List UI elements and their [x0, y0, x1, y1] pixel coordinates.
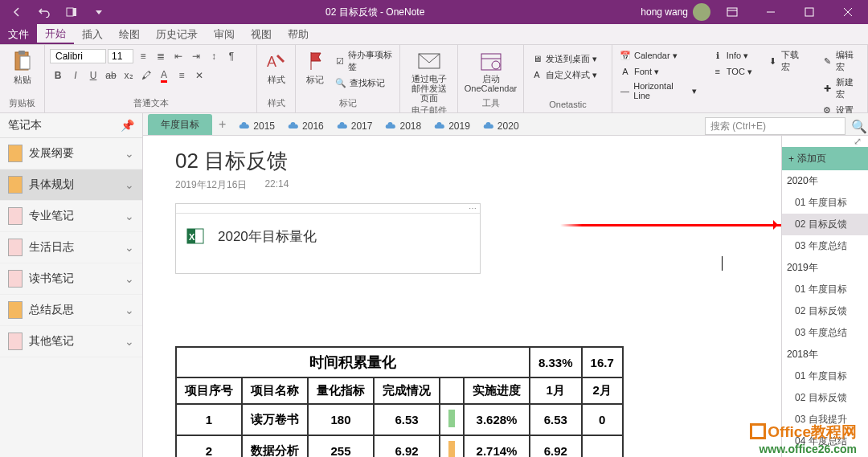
search-icon[interactable]: 🔍 — [850, 117, 868, 135]
macro-hr[interactable]: —Horizontal Line▾ — [617, 80, 698, 101]
year-tab[interactable]: 2020 — [477, 117, 526, 135]
numbering-icon[interactable]: ≣ — [153, 48, 169, 64]
excel-embed[interactable]: ⋯ X 2020年目标量化 — [175, 203, 481, 274]
subscript-button[interactable]: x₂ — [121, 67, 137, 84]
macro-download[interactable]: ⬇下载宏 — [765, 48, 809, 74]
column-header: 量化指标 — [308, 377, 374, 404]
page-item[interactable]: 01 年度目标 — [782, 192, 868, 214]
menu-help[interactable]: 帮助 — [280, 24, 317, 44]
notebook-swatch — [8, 239, 23, 256]
watermark-logo: Office教程网 — [750, 422, 857, 443]
font-name-select[interactable]: Calibri — [50, 49, 106, 63]
find-tags-button[interactable]: 🔍查找标记 — [333, 75, 395, 90]
data-table[interactable]: 时间积累量化 8.33% 16.7 项目序号项目名称量化指标完成情况实施进度1月… — [175, 346, 624, 457]
macro-font[interactable]: AFont▾ — [617, 64, 698, 79]
close-icon[interactable] — [831, 0, 865, 24]
bullets-icon[interactable]: ≡ — [135, 48, 151, 64]
todo-tag-button[interactable]: ☑待办事项标签 — [333, 48, 395, 74]
page-item[interactable]: 02 目标反馈 — [782, 300, 868, 322]
notebook-item[interactable]: 总结反思⌄ — [0, 295, 142, 326]
page-group-year[interactable]: 2018年 — [782, 344, 868, 365]
page-title[interactable]: 02 目标反馈 — [175, 147, 773, 175]
page-group-year[interactable]: 2019年 — [782, 257, 868, 279]
macro-info[interactable]: ℹInfo▾ — [710, 48, 754, 63]
table-row[interactable]: 2数据分析2556.922.714%6.92 — [176, 435, 623, 457]
page-item[interactable]: 02 目标反馈 — [782, 387, 868, 409]
maximize-icon[interactable] — [792, 0, 826, 24]
page-canvas[interactable]: 02 目标反馈 2019年12月16日 22:14 ⋯ X 2020年目标量化 — [143, 136, 781, 457]
expand-icon[interactable]: ⤢ — [782, 136, 868, 147]
page-item[interactable]: 02 目标反馈 — [782, 214, 868, 235]
menu-insert[interactable]: 插入 — [74, 24, 111, 44]
notebook-item[interactable]: 专业笔记⌄ — [0, 201, 142, 232]
page-item[interactable]: 01 年度目标 — [782, 279, 868, 300]
undo-icon[interactable] — [34, 2, 55, 22]
dock-icon[interactable] — [61, 2, 82, 22]
table-row[interactable]: 1读万卷书1806.533.628%6.530 — [176, 404, 623, 435]
tags-button[interactable]: 标记 — [301, 48, 330, 97]
menu-review[interactable]: 审阅 — [206, 24, 243, 44]
plus-icon: + — [788, 153, 794, 165]
notebook-item[interactable]: 生活日志⌄ — [0, 232, 142, 263]
dropdown-icon[interactable] — [88, 2, 109, 22]
strike-button[interactable]: ab — [103, 67, 119, 84]
macro-new[interactable]: ✚新建宏 — [819, 75, 862, 101]
para-icon[interactable]: ¶ — [223, 48, 240, 64]
macro-toc[interactable]: ≡TOC▾ — [710, 64, 754, 79]
year-tab[interactable]: 2019 — [428, 117, 477, 135]
notebook-item[interactable]: 具体规划⌄ — [0, 169, 142, 201]
window-title: 02 目标反馈 - OneNote — [109, 6, 641, 19]
avatar[interactable] — [693, 3, 710, 21]
notebook-item[interactable]: 其他笔记⌄ — [0, 326, 142, 357]
notebook-swatch — [8, 207, 23, 225]
notebook-item[interactable]: 发展纲要⌄ — [0, 138, 142, 169]
year-tab[interactable]: 2016 — [281, 117, 330, 135]
page-group-year[interactable]: 2020年 — [782, 170, 868, 192]
new-icon: ✚ — [821, 82, 833, 95]
minimize-icon[interactable] — [754, 0, 788, 24]
menu-file[interactable]: 文件 — [0, 24, 37, 44]
macro-calendar[interactable]: 📅Calendar▾ — [617, 48, 698, 63]
page-item[interactable]: 03 年度总结 — [782, 235, 868, 257]
styles-button[interactable]: A 样式 — [262, 48, 290, 88]
indent-icon[interactable]: ⇥ — [188, 48, 204, 64]
page-item[interactable]: 03 年度总结 — [782, 322, 868, 344]
email-button[interactable]: 通过电子邮件发送页面 — [405, 48, 452, 104]
menu-home[interactable]: 开始 — [37, 24, 74, 44]
highlight-button[interactable]: 🖍 — [138, 67, 154, 84]
toc-icon: ≡ — [711, 65, 724, 78]
font-color-button[interactable]: A — [156, 67, 172, 84]
menu-draw[interactable]: 绘图 — [111, 24, 148, 44]
macro-edit[interactable]: ✎编辑宏 — [819, 48, 862, 74]
custom-style-button[interactable]: A自定义样式▾ — [529, 67, 607, 82]
add-section-button[interactable]: + — [212, 114, 232, 135]
sort-icon[interactable]: ↕ — [206, 48, 222, 64]
notebook-item[interactable]: 读书笔记⌄ — [0, 263, 142, 295]
align-button[interactable]: ≡ — [174, 67, 190, 84]
year-tab[interactable]: 2015 — [232, 117, 281, 135]
page-item[interactable]: 01 年度目标 — [782, 365, 868, 387]
year-tab[interactable]: 2018 — [379, 117, 428, 135]
italic-button[interactable]: I — [68, 67, 84, 84]
column-header: 2月 — [582, 377, 623, 404]
paste-button[interactable]: 粘贴 — [5, 48, 39, 88]
menu-view[interactable]: 视图 — [243, 24, 280, 44]
user-name[interactable]: hong wang — [641, 6, 688, 18]
onecalendar-button[interactable]: 启动 OneCalendar — [463, 48, 518, 95]
clear-format-button[interactable]: ✕ — [191, 67, 207, 84]
year-tab[interactable]: 2017 — [330, 117, 379, 135]
menu-history[interactable]: 历史记录 — [148, 24, 206, 44]
section-tab[interactable]: 年度目标 — [148, 114, 212, 135]
notebook-label: 具体规划 — [29, 177, 74, 192]
outdent-icon[interactable]: ⇤ — [170, 48, 186, 64]
underline-button[interactable]: U — [85, 67, 101, 84]
pin-icon[interactable]: 📌 — [121, 119, 134, 132]
search-input[interactable]: 搜索 (Ctrl+E) — [705, 117, 845, 135]
bold-button[interactable]: B — [50, 67, 66, 84]
ribbon-toggle-icon[interactable] — [715, 0, 749, 24]
back-icon[interactable] — [6, 2, 27, 22]
send-desktop-button[interactable]: 🖥发送到桌面▾ — [529, 51, 607, 66]
add-page-button[interactable]: +添加页 — [782, 147, 868, 170]
font-size-select[interactable]: 11 — [108, 49, 133, 63]
chevron-down-icon: ⌄ — [125, 210, 134, 222]
